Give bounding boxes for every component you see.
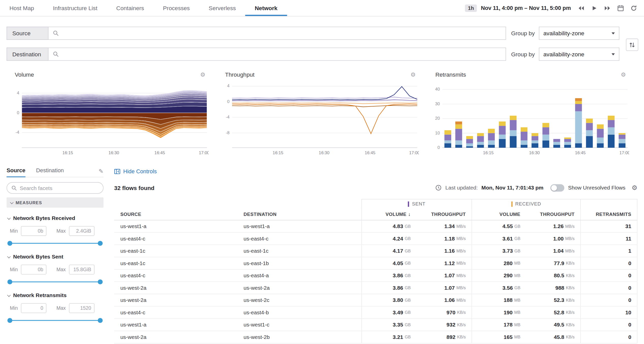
throughput-chart-card: Throughput ⚙ 40-4-816:1516:3016:4517:00: [218, 70, 419, 162]
cell-received-volume: 188MB: [472, 294, 526, 306]
column-header-source[interactable]: SOURCE: [114, 209, 237, 220]
cell-value: 3.49: [393, 309, 403, 315]
chart-title: Retransmits: [435, 71, 466, 78]
range-slider[interactable]: [7, 318, 103, 323]
cell-received-throughput: 45.8KB/s: [526, 331, 580, 343]
slider-track: [9, 243, 101, 244]
facet-header[interactable]: Network Retransmits: [7, 292, 104, 298]
time-range-text[interactable]: Nov 11, 4:00 pm – Nov 11, 5:00 pm: [481, 5, 571, 11]
cell-unit: GB: [405, 248, 411, 253]
retransmits-chart[interactable]: 01020304016:1516:3016:4517:00: [429, 80, 629, 162]
svg-text:17:00: 17:00: [409, 150, 419, 155]
cell-unit: KB/s: [457, 322, 466, 327]
table-row[interactable]: us-east4-cus-east4-c4.24GB1.18MB/s3.61GB…: [114, 232, 638, 245]
facet-search-input[interactable]: [20, 185, 99, 191]
min-input[interactable]: [21, 265, 46, 274]
cell-value: 52.8: [554, 309, 564, 315]
table-row[interactable]: us-west-2aus-west-2a3.86GB1.07MB/s3.56GB…: [114, 282, 638, 294]
facet-panel: SourceDestination ✎ MEASURES Network Byt…: [7, 165, 104, 323]
nav-tab-processes[interactable]: Processes: [154, 0, 199, 16]
column-header-received-volume[interactable]: VOLUME: [472, 209, 526, 220]
column-header-sent-volume[interactable]: VOLUME ↓: [361, 209, 416, 220]
facet-tab-source[interactable]: Source: [7, 165, 25, 177]
edit-facets-pencil-icon[interactable]: ✎: [99, 168, 104, 174]
sent-color-marker: [408, 201, 409, 207]
facet-header[interactable]: Network Bytes Received: [7, 215, 104, 221]
facet-tabs: SourceDestination ✎: [7, 165, 104, 177]
table-row[interactable]: us-east-1cus-east-1c4.17GB1.16MB/s3.73GB…: [114, 245, 638, 257]
play-icon[interactable]: [590, 4, 599, 13]
facet-list: Network Bytes ReceivedMinMaxNetwork Byte…: [7, 215, 104, 323]
destination-group-by-select[interactable]: availability-zone: [539, 48, 619, 61]
received-group-header: RECEIVED: [472, 199, 581, 209]
group-by-label: Group by: [511, 30, 535, 37]
chart-title: Throughput: [225, 71, 254, 78]
search-icon: [11, 185, 17, 191]
slider-handle-min[interactable]: [7, 279, 12, 284]
gear-icon[interactable]: ⚙: [410, 72, 415, 78]
range-slider[interactable]: [7, 279, 103, 285]
source-group-by-select[interactable]: availability-zone: [539, 27, 619, 40]
column-header-retransmits[interactable]: RETRANSMITS: [580, 209, 637, 220]
table-settings-gear-icon[interactable]: ⚙: [632, 184, 637, 191]
min-input[interactable]: [21, 226, 46, 236]
fast-forward-icon[interactable]: [603, 4, 612, 13]
throughput-chart[interactable]: 40-4-816:1516:3016:4517:00: [218, 80, 419, 162]
max-input[interactable]: [69, 226, 94, 236]
last-updated-label: Last updated:: [445, 185, 478, 191]
column-header-sent-throughput[interactable]: THROUGHPUT: [416, 209, 472, 220]
table-row[interactable]: us-west1-aus-west1-c3.35GB932KB/s178MB49…: [114, 319, 638, 331]
show-unresolved-flows-toggle[interactable]: [551, 184, 565, 191]
time-controls: 1h Nov 11, 4:00 pm – Nov 11, 5:00 pm: [465, 0, 638, 16]
column-header-received-throughput[interactable]: THROUGHPUT: [526, 209, 580, 220]
nav-tab-infrastructure-list[interactable]: Infrastructure List: [43, 0, 107, 16]
rewind-icon[interactable]: [577, 4, 586, 13]
svg-text:4: 4: [227, 84, 230, 88]
slider-handle-max[interactable]: [98, 318, 103, 323]
measures-section-header[interactable]: MEASURES: [7, 197, 104, 208]
hide-controls-link[interactable]: Hide Controls: [114, 168, 157, 174]
nav-tab-containers[interactable]: Containers: [107, 0, 154, 16]
nav-tab-serverless[interactable]: Serverless: [199, 0, 245, 16]
facet-tab-destination[interactable]: Destination: [36, 165, 64, 177]
received-group-label: RECEIVED: [515, 201, 541, 206]
column-header-destination[interactable]: DESTINATION: [237, 209, 361, 220]
calendar-icon[interactable]: [616, 4, 625, 13]
chevron-down-icon: [7, 293, 11, 297]
cell-sent-volume: 3.86GB: [361, 269, 416, 281]
cell-unit: GB: [405, 310, 411, 315]
source-search-input[interactable]: [62, 30, 506, 37]
time-range-badge[interactable]: 1h: [465, 4, 477, 12]
range-slider[interactable]: [7, 240, 103, 246]
slider-handle-min[interactable]: [7, 318, 12, 323]
cell-value: 80.5: [554, 272, 564, 278]
destination-search-input[interactable]: [62, 51, 506, 58]
table-row[interactable]: us-west-2aus-west-2c3.80GB1.06MB/s188MB5…: [114, 294, 638, 306]
cell-value: 1.16: [444, 248, 455, 254]
nav-tabs: Host MapInfrastructure ListContainersPro…: [0, 0, 287, 16]
cell-unit: MB: [514, 261, 520, 265]
cell-value: 1.12: [444, 260, 455, 266]
table-row[interactable]: us-east4-cus-east4-b3.49GB970KB/s190MB52…: [114, 306, 638, 319]
min-input[interactable]: [21, 303, 46, 313]
slider-handle-max[interactable]: [98, 241, 103, 246]
max-input[interactable]: [69, 265, 94, 274]
nav-tab-host-map[interactable]: Host Map: [0, 0, 43, 16]
search-icon: [53, 30, 59, 36]
gear-icon[interactable]: ⚙: [200, 72, 205, 78]
table-row[interactable]: us-east-1cus-east-1b4.05GB1.12MB/s280MB7…: [114, 257, 638, 269]
slider-handle-max[interactable]: [98, 279, 103, 284]
gear-icon[interactable]: ⚙: [621, 72, 626, 78]
facet-header[interactable]: Network Bytes Sent: [7, 254, 104, 260]
slider-handle-min[interactable]: [7, 241, 12, 246]
volume-chart[interactable]: 40-416:1516:3016:4517:00: [8, 80, 208, 162]
nav-tab-network[interactable]: Network: [245, 0, 287, 16]
table-row[interactable]: us-west1-aus-west1-a4.83GB1.34MB/s4.55GB…: [114, 220, 638, 233]
cell-unit: MB/s: [456, 298, 466, 302]
table-row[interactable]: us-east4-cus-east4-a3.86GB1.07MB/s290MB8…: [114, 269, 638, 282]
refresh-icon[interactable]: [629, 4, 638, 13]
table-row[interactable]: us-west-2aus-west-2b3.21GB892KB/s165MB45…: [114, 331, 638, 343]
last-updated-value: Mon, Nov 11, 7:01:43 pm: [481, 185, 543, 191]
swap-source-destination-button[interactable]: [626, 39, 638, 51]
max-input[interactable]: [69, 303, 94, 313]
